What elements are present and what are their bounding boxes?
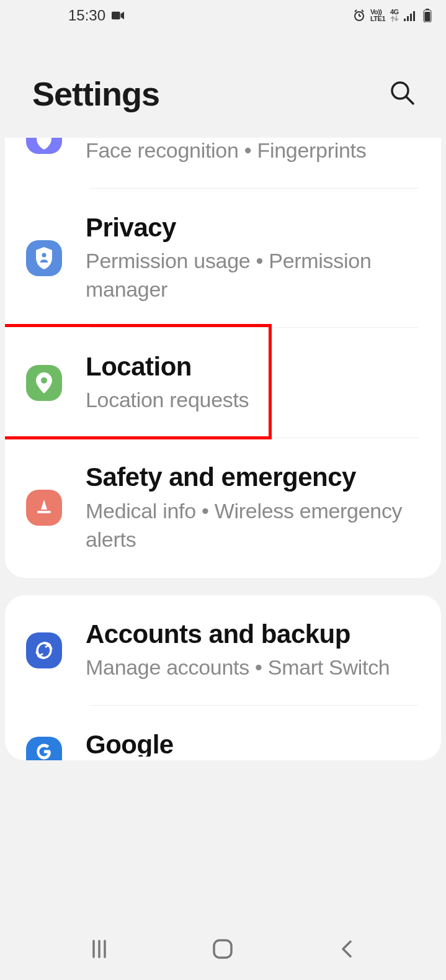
- back-icon: [338, 938, 355, 960]
- video-icon: [112, 9, 124, 22]
- page-title: Settings: [32, 74, 159, 113]
- item-subtitle: Location requests: [86, 386, 429, 415]
- settings-item-accounts[interactable]: Accounts and backup Manage accounts • Sm…: [5, 595, 441, 706]
- svg-rect-12: [425, 12, 430, 22]
- svg-point-16: [41, 377, 47, 384]
- accounts-icon: [26, 632, 62, 668]
- recents-icon: [89, 938, 110, 960]
- svg-rect-9: [413, 11, 415, 21]
- settings-item-security[interactable]: Security Face recognition • Fingerprints: [5, 138, 441, 189]
- svg-line-4: [355, 10, 357, 12]
- settings-list[interactable]: Security Face recognition • Fingerprints…: [0, 138, 446, 923]
- page-header: Settings: [0, 31, 446, 138]
- volte-indicator: Vo))LTE1: [370, 9, 385, 22]
- alarm-icon: [353, 9, 365, 22]
- item-title: Google: [86, 729, 429, 757]
- item-title: Privacy: [86, 212, 429, 243]
- privacy-icon: [26, 240, 62, 276]
- navigation-bar: [0, 918, 446, 980]
- svg-line-14: [406, 97, 413, 104]
- status-time: 15:30: [68, 7, 105, 24]
- item-subtitle: Manage accounts • Smart Switch: [86, 654, 429, 682]
- item-subtitle: Face recognition • Fingerprints: [86, 138, 429, 165]
- item-subtitle: Permission usage • Permission manager: [86, 247, 429, 304]
- svg-point-15: [42, 253, 47, 257]
- item-title: Location: [86, 351, 429, 382]
- item-title: Safety and emergency: [86, 462, 429, 493]
- search-button[interactable]: [389, 79, 416, 107]
- home-icon: [212, 938, 234, 960]
- recents-button[interactable]: [84, 933, 115, 964]
- search-icon: [390, 80, 416, 106]
- settings-group-2: Accounts and backup Manage accounts • Sm…: [5, 595, 441, 760]
- settings-item-safety[interactable]: Safety and emergency Medical info • Wire…: [5, 438, 441, 577]
- home-button[interactable]: [207, 933, 238, 964]
- back-button[interactable]: [331, 933, 362, 964]
- svg-line-5: [362, 10, 363, 12]
- status-bar: 15:30 Vo))LTE1 4G: [0, 0, 446, 31]
- safety-icon: [26, 490, 62, 526]
- location-icon: [26, 365, 62, 401]
- svg-rect-0: [112, 12, 120, 20]
- signal-icon: [404, 9, 416, 22]
- svg-rect-7: [407, 16, 409, 21]
- network-indicator: 4G: [390, 9, 399, 23]
- google-icon: [26, 737, 62, 760]
- svg-rect-6: [404, 19, 406, 21]
- item-subtitle: Medical info • Wireless emergency alerts: [86, 497, 429, 554]
- svg-rect-21: [214, 940, 231, 958]
- item-title: Accounts and backup: [86, 619, 429, 650]
- security-icon: [26, 138, 62, 154]
- battery-icon: [421, 9, 434, 22]
- settings-item-google[interactable]: Google: [5, 706, 441, 760]
- svg-rect-8: [410, 14, 412, 21]
- settings-item-privacy[interactable]: Privacy Permission usage • Permission ma…: [5, 189, 441, 328]
- settings-item-location[interactable]: Location Location requests: [5, 328, 441, 438]
- settings-group-1: Security Face recognition • Fingerprints…: [5, 138, 441, 578]
- svg-rect-17: [37, 511, 51, 513]
